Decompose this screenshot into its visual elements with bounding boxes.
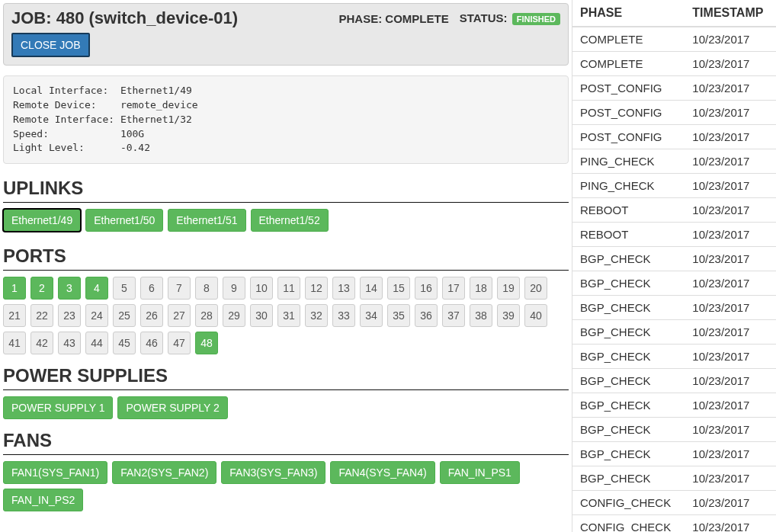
uplinks-list: Ethernet1/49Ethernet1/50Ethernet1/51Ethe… [3, 209, 569, 232]
log-col-phase[interactable]: PHASE [572, 0, 685, 27]
port-chip[interactable]: 1 [3, 277, 26, 300]
log-row[interactable]: COMPLETE10/23/2017 [572, 52, 776, 76]
port-chip[interactable]: 26 [140, 304, 163, 327]
port-chip[interactable]: 8 [195, 277, 218, 300]
log-row[interactable]: REBOOT10/23/2017 [572, 198, 776, 223]
port-chip[interactable]: 12 [305, 277, 328, 300]
log-row[interactable]: BGP_CHECK10/23/2017 [572, 320, 776, 345]
port-chip[interactable]: 45 [113, 332, 136, 354]
psu-chip[interactable]: POWER SUPPLY 2 [117, 396, 227, 419]
port-chip[interactable]: 27 [168, 304, 191, 327]
log-cell-timestamp: 10/23/2017 [685, 101, 776, 125]
log-row[interactable]: BGP_CHECK10/23/2017 [572, 418, 776, 442]
log-row[interactable]: CONFIG_CHECK10/23/2017 [572, 515, 776, 533]
log-row[interactable]: BGP_CHECK10/23/2017 [572, 247, 776, 271]
port-chip[interactable]: 39 [497, 304, 520, 327]
log-row[interactable]: BGP_CHECK10/23/2017 [572, 296, 776, 320]
port-chip[interactable]: 44 [85, 332, 108, 354]
port-chip[interactable]: 47 [168, 332, 191, 354]
log-row[interactable]: COMPLETE10/23/2017 [572, 27, 776, 52]
port-chip[interactable]: 38 [470, 304, 492, 327]
port-chip[interactable]: 13 [332, 277, 355, 300]
port-chip[interactable]: 37 [442, 304, 465, 327]
port-chip[interactable]: 11 [277, 277, 300, 300]
port-chip[interactable]: 3 [58, 277, 81, 300]
log-row[interactable]: BGP_CHECK10/23/2017 [572, 369, 776, 393]
log-row[interactable]: BGP_CHECK10/23/2017 [572, 393, 776, 418]
log-row[interactable]: PING_CHECK10/23/2017 [572, 149, 776, 174]
port-chip[interactable]: 5 [113, 277, 136, 300]
port-chip[interactable]: 46 [140, 332, 163, 354]
port-chip[interactable]: 7 [168, 277, 191, 300]
port-chip[interactable]: 24 [85, 304, 108, 327]
job-header: JOB: 480 (switch_device-01) PHASE: COMPL… [3, 3, 569, 66]
port-chip[interactable]: 43 [58, 332, 81, 354]
port-chip[interactable]: 21 [3, 304, 26, 327]
log-row[interactable]: BGP_CHECK10/23/2017 [572, 345, 776, 369]
port-chip[interactable]: 16 [415, 277, 438, 300]
port-chip[interactable]: 22 [30, 304, 53, 327]
log-col-timestamp[interactable]: TIMESTAMP [685, 0, 776, 27]
port-chip[interactable]: 34 [360, 304, 383, 327]
log-cell-phase: BGP_CHECK [572, 466, 685, 491]
fan-chip[interactable]: FAN3(SYS_FAN3) [221, 461, 325, 484]
log-row[interactable]: BGP_CHECK10/23/2017 [572, 271, 776, 296]
port-chip[interactable]: 4 [85, 277, 108, 300]
log-row[interactable]: POST_CONFIG10/23/2017 [572, 101, 776, 125]
port-chip[interactable]: 9 [223, 277, 245, 300]
port-chip[interactable]: 41 [3, 332, 26, 354]
log-row[interactable]: REBOOT10/23/2017 [572, 223, 776, 247]
fan-chip[interactable]: FAN1(SYS_FAN1) [3, 461, 107, 484]
uplink-chip[interactable]: Ethernet1/49 [3, 209, 81, 232]
fan-chip[interactable]: FAN4(SYS_FAN4) [330, 461, 434, 484]
port-chip[interactable]: 6 [140, 277, 163, 300]
port-chip[interactable]: 42 [30, 332, 53, 354]
log-row[interactable]: BGP_CHECK10/23/2017 [572, 466, 776, 491]
port-chip[interactable]: 17 [442, 277, 465, 300]
log-cell-phase: BGP_CHECK [572, 418, 685, 442]
port-chip[interactable]: 25 [113, 304, 136, 327]
port-chip[interactable]: 32 [305, 304, 328, 327]
fan-chip[interactable]: FAN2(SYS_FAN2) [112, 461, 216, 484]
port-chip[interactable]: 31 [277, 304, 300, 327]
log-row[interactable]: BGP_CHECK10/23/2017 [572, 442, 776, 466]
phase-label: PHASE: COMPLETE [339, 12, 449, 25]
log-row[interactable]: CONFIG_CHECK10/23/2017 [572, 491, 776, 515]
port-chip[interactable]: 18 [470, 277, 492, 300]
port-chip[interactable]: 48 [195, 332, 218, 354]
log-cell-phase: PING_CHECK [572, 149, 685, 174]
port-chip[interactable]: 19 [497, 277, 520, 300]
log-row[interactable]: POST_CONFIG10/23/2017 [572, 76, 776, 101]
fan-chip[interactable]: FAN_IN_PS2 [3, 489, 83, 511]
port-chip[interactable]: 29 [223, 304, 245, 327]
uplink-chip[interactable]: Ethernet1/52 [251, 209, 329, 232]
port-chip[interactable]: 28 [195, 304, 218, 327]
psu-chip[interactable]: POWER SUPPLY 1 [3, 396, 113, 419]
port-chip[interactable]: 14 [360, 277, 383, 300]
port-chip[interactable]: 10 [250, 277, 273, 300]
close-job-button[interactable]: CLOSE JOB [11, 33, 90, 57]
log-cell-phase: BGP_CHECK [572, 442, 685, 466]
fan-chip[interactable]: FAN_IN_PS1 [440, 461, 520, 484]
port-chip[interactable]: 20 [524, 277, 547, 300]
log-cell-phase: BGP_CHECK [572, 369, 685, 393]
log-cell-phase: COMPLETE [572, 52, 685, 76]
port-chip[interactable]: 35 [387, 304, 410, 327]
uplink-chip[interactable]: Ethernet1/51 [168, 209, 245, 232]
log-cell-phase: POST_CONFIG [572, 101, 685, 125]
port-chip[interactable]: 15 [387, 277, 410, 300]
port-chip[interactable]: 23 [58, 304, 81, 327]
log-row[interactable]: POST_CONFIG10/23/2017 [572, 125, 776, 149]
port-chip[interactable]: 2 [30, 277, 53, 300]
uplink-chip[interactable]: Ethernet1/50 [85, 209, 163, 232]
log-cell-phase: CONFIG_CHECK [572, 491, 685, 515]
log-cell-timestamp: 10/23/2017 [685, 515, 776, 533]
log-table: PHASE TIMESTAMP COMPLETE10/23/2017COMPLE… [572, 0, 776, 532]
port-chip[interactable]: 36 [415, 304, 438, 327]
port-chip[interactable]: 30 [250, 304, 273, 327]
port-chip[interactable]: 40 [524, 304, 547, 327]
port-chip[interactable]: 33 [332, 304, 355, 327]
log-cell-phase: REBOOT [572, 223, 685, 247]
log-panel: PHASE TIMESTAMP COMPLETE10/23/2017COMPLE… [572, 0, 776, 532]
log-row[interactable]: PING_CHECK10/23/2017 [572, 174, 776, 198]
